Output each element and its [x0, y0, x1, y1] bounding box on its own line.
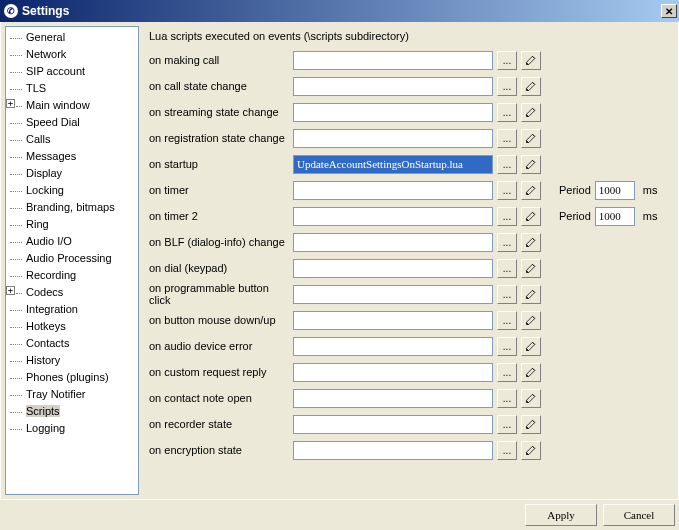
tree-item-contacts[interactable]: Contacts	[6, 335, 138, 352]
script-path-input[interactable]	[293, 233, 493, 252]
script-path-input[interactable]	[293, 207, 493, 226]
browse-button[interactable]: ...	[497, 441, 517, 460]
tree-item-label: SIP account	[26, 65, 85, 77]
browse-button[interactable]: ...	[497, 389, 517, 408]
script-path-input[interactable]	[293, 311, 493, 330]
tree-item-recording[interactable]: Recording	[6, 267, 138, 284]
script-row: on contact note open...	[149, 388, 668, 408]
browse-button[interactable]: ...	[497, 337, 517, 356]
tree-item-phones-plugins-[interactable]: Phones (plugins)	[6, 369, 138, 386]
script-path-input[interactable]	[293, 129, 493, 148]
script-path-input[interactable]	[293, 51, 493, 70]
edit-button[interactable]	[521, 129, 541, 148]
script-path-input[interactable]	[293, 155, 493, 174]
browse-button[interactable]: ...	[497, 103, 517, 122]
category-tree[interactable]: GeneralNetworkSIP accountTLS+Main window…	[5, 26, 139, 495]
browse-button[interactable]: ...	[497, 129, 517, 148]
script-row-label: on encryption state	[149, 444, 289, 456]
tree-item-label: Scripts	[26, 405, 60, 417]
script-row: on call state change...	[149, 76, 668, 96]
cancel-button[interactable]: Cancel	[603, 504, 675, 526]
close-button[interactable]: ✕	[661, 4, 677, 18]
browse-button[interactable]: ...	[497, 363, 517, 382]
panel-header: Lua scripts executed on events (\scripts…	[149, 30, 668, 42]
script-path-input[interactable]	[293, 363, 493, 382]
edit-button[interactable]	[521, 77, 541, 96]
tree-item-integration[interactable]: Integration	[6, 301, 138, 318]
edit-button[interactable]	[521, 155, 541, 174]
browse-button[interactable]: ...	[497, 415, 517, 434]
browse-button[interactable]: ...	[497, 77, 517, 96]
tree-item-main-window[interactable]: +Main window	[6, 97, 138, 114]
period-input[interactable]	[595, 181, 635, 200]
browse-button[interactable]: ...	[497, 207, 517, 226]
browse-button[interactable]: ...	[497, 51, 517, 70]
browse-button[interactable]: ...	[497, 155, 517, 174]
edit-button[interactable]	[521, 259, 541, 278]
tree-item-label: Network	[26, 48, 66, 60]
app-icon: ✆	[4, 4, 18, 18]
period-label: Period	[559, 210, 591, 222]
edit-button[interactable]	[521, 441, 541, 460]
script-path-input[interactable]	[293, 441, 493, 460]
apply-button[interactable]: Apply	[525, 504, 597, 526]
edit-button[interactable]	[521, 285, 541, 304]
script-path-input[interactable]	[293, 181, 493, 200]
tree-expander-icon[interactable]: +	[6, 286, 15, 295]
edit-button[interactable]	[521, 103, 541, 122]
tree-item-display[interactable]: Display	[6, 165, 138, 182]
browse-button[interactable]: ...	[497, 233, 517, 252]
browse-button[interactable]: ...	[497, 181, 517, 200]
tree-item-locking[interactable]: Locking	[6, 182, 138, 199]
script-row-label: on call state change	[149, 80, 289, 92]
browse-button[interactable]: ...	[497, 311, 517, 330]
tree-item-network[interactable]: Network	[6, 46, 138, 63]
edit-button[interactable]	[521, 51, 541, 70]
tree-item-label: Hotkeys	[26, 320, 66, 332]
tree-item-general[interactable]: General	[6, 29, 138, 46]
edit-button[interactable]	[521, 181, 541, 200]
tree-item-sip-account[interactable]: SIP account	[6, 63, 138, 80]
tree-item-tray-notifier[interactable]: Tray Notifier	[6, 386, 138, 403]
script-path-input[interactable]	[293, 285, 493, 304]
tree-item-ring[interactable]: Ring	[6, 216, 138, 233]
script-path-input[interactable]	[293, 103, 493, 122]
tree-item-speed-dial[interactable]: Speed Dial	[6, 114, 138, 131]
edit-button[interactable]	[521, 233, 541, 252]
edit-button[interactable]	[521, 337, 541, 356]
tree-item-label: Display	[26, 167, 62, 179]
browse-button[interactable]: ...	[497, 259, 517, 278]
period-input[interactable]	[595, 207, 635, 226]
tree-item-audio-processing[interactable]: Audio Processing	[6, 250, 138, 267]
edit-button[interactable]	[521, 363, 541, 382]
edit-button[interactable]	[521, 415, 541, 434]
script-row: on audio device error...	[149, 336, 668, 356]
tree-item-tls[interactable]: TLS	[6, 80, 138, 97]
tree-item-hotkeys[interactable]: Hotkeys	[6, 318, 138, 335]
tree-item-branding-bitmaps[interactable]: Branding, bitmaps	[6, 199, 138, 216]
tree-item-scripts[interactable]: Scripts	[6, 403, 138, 420]
tree-item-codecs[interactable]: +Codecs	[6, 284, 138, 301]
tree-item-messages[interactable]: Messages	[6, 148, 138, 165]
unit-label: ms	[643, 210, 658, 222]
tree-item-label: Calls	[26, 133, 50, 145]
script-path-input[interactable]	[293, 337, 493, 356]
edit-button[interactable]	[521, 389, 541, 408]
script-row-label: on making call	[149, 54, 289, 66]
tree-item-audio-i-o[interactable]: Audio I/O	[6, 233, 138, 250]
tree-expander-icon[interactable]: +	[6, 99, 15, 108]
tree-item-history[interactable]: History	[6, 352, 138, 369]
edit-button[interactable]	[521, 207, 541, 226]
script-path-input[interactable]	[293, 389, 493, 408]
script-row-label: on button mouse down/up	[149, 314, 289, 326]
script-path-input[interactable]	[293, 77, 493, 96]
tree-item-label: Integration	[26, 303, 78, 315]
script-path-input[interactable]	[293, 415, 493, 434]
tree-item-logging[interactable]: Logging	[6, 420, 138, 437]
script-row: on dial (keypad)...	[149, 258, 668, 278]
unit-label: ms	[643, 184, 658, 196]
edit-button[interactable]	[521, 311, 541, 330]
script-path-input[interactable]	[293, 259, 493, 278]
browse-button[interactable]: ...	[497, 285, 517, 304]
tree-item-calls[interactable]: Calls	[6, 131, 138, 148]
